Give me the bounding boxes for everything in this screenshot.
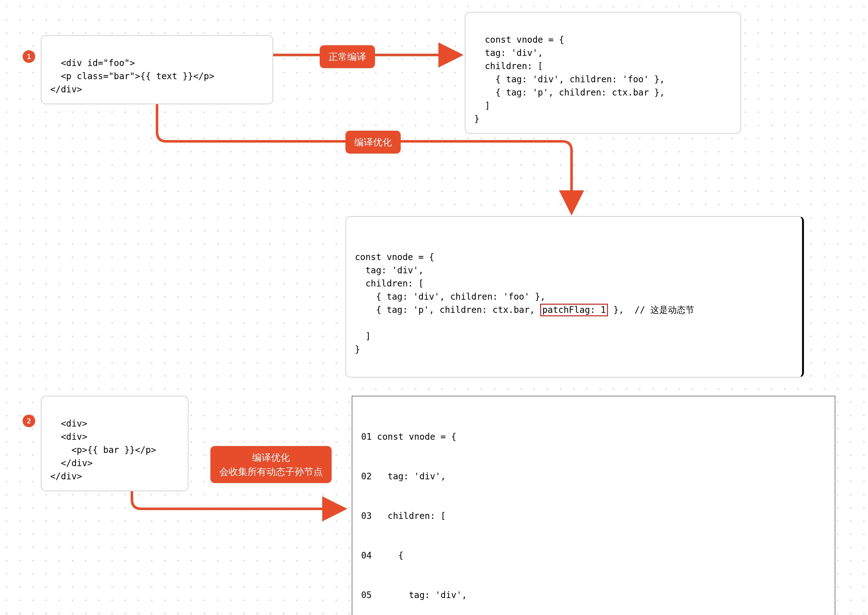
vnode-optimized-text: const vnode = { tag: 'div', children: [ … <box>355 251 793 356</box>
source-code-1-text: <div id="foo"> <p class="bar">{{ text }}… <box>50 58 215 95</box>
vnode-normal-output-text: const vnode = { tag: 'div', children: [ … <box>474 34 665 124</box>
l02: 02 tag: 'div', <box>361 470 826 483</box>
patchflag-highlight: patchFlag: 1 <box>540 304 608 316</box>
l03: 03 children: [ <box>361 509 826 523</box>
label-compile-opt-collect: 编译优化 会收集所有动态子孙节点 <box>210 446 332 483</box>
label-compile-opt: 编译优化 <box>346 131 401 154</box>
vnode-optimized-output: const vnode = { tag: 'div', children: [ … <box>346 216 804 378</box>
l05: 05 tag: 'div', <box>361 588 826 602</box>
step-badge-1: 1 <box>23 50 35 63</box>
l01: 01 const vnode = { <box>361 430 826 443</box>
l04: 04 { <box>361 549 826 562</box>
badge-2-text: 2 <box>27 416 31 426</box>
label-compile-opt-text: 编译优化 <box>354 137 392 148</box>
step-badge-2: 2 <box>23 415 35 427</box>
label-normal-compile: 正常编译 <box>320 45 375 68</box>
label-compile-opt-collect-text: 编译优化 会收集所有动态子孙节点 <box>219 452 323 477</box>
badge-1-text: 1 <box>27 52 31 62</box>
source-code-2-text: <div> <div> <p>{{ bar }}</p> </div> </di… <box>50 418 156 481</box>
source-code-2: <div> <div> <p>{{ bar }}</p> </div> </di… <box>41 396 189 491</box>
source-code-1: <div id="foo"> <p class="bar">{{ text }}… <box>41 35 273 104</box>
label-normal-compile-text: 正常编译 <box>329 51 366 62</box>
vnode-normal-output: const vnode = { tag: 'div', children: [ … <box>465 12 741 134</box>
vnode-block-output: 01 const vnode = { 02 tag: 'div', 03 chi… <box>352 396 835 615</box>
